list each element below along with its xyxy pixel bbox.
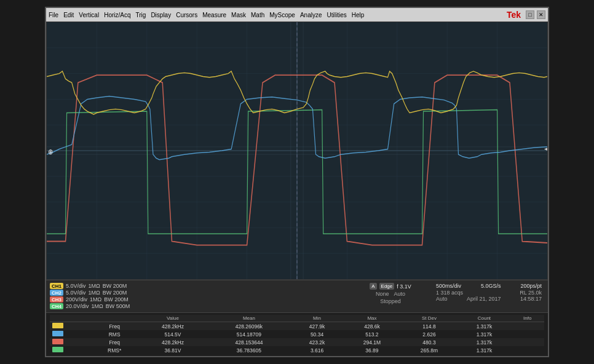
pts-per-div: 200ps/pt — [520, 283, 542, 289]
meas-cell-param-1: RMS — [91, 330, 138, 338]
menu-item-mask[interactable]: Mask — [231, 12, 246, 18]
channel-row-ch3: CH3 200V/div 1MΩ BW 200M — [50, 296, 347, 303]
meas-col-param — [91, 315, 138, 322]
measurements-section: Value Mean Min Max St Dev Count Info Fre… — [46, 312, 548, 356]
meas-cell-info-3 — [510, 346, 544, 354]
menu-item-myscope[interactable]: MyScope — [269, 12, 295, 18]
ch4-badge: CH4 — [50, 303, 63, 309]
meas-cell-info-0 — [510, 322, 544, 331]
ch4-coupling: 1MΩ — [92, 303, 103, 309]
meas-col-mean: Mean — [207, 315, 290, 322]
menu-item-file[interactable]: File — [49, 12, 58, 18]
measurements-table: Value Mean Min Max St Dev Count Info Fre… — [50, 315, 544, 354]
menu-item-horiz/acq[interactable]: Horiz/Acq — [104, 12, 130, 18]
acquisitions-row: 1 318 acqs RL 25.0k — [436, 290, 542, 296]
meas-cell-param-2: Freq — [91, 338, 138, 346]
meas-cell-count-0: 1.317k — [458, 322, 511, 331]
ch3-bw: BW 200M — [104, 296, 129, 303]
ch1-scale: 5.0V/div — [66, 283, 86, 289]
meas-cell-count-3: 1.317k — [458, 346, 511, 354]
meas-cell-max-0: 428.6k — [343, 322, 400, 331]
menu-item-trig[interactable]: Trig — [136, 12, 146, 18]
meas-col-min: Min — [291, 315, 344, 322]
meas-cell-badge-0 — [50, 322, 91, 331]
meas-cell-count-1: 1.317k — [458, 330, 511, 338]
menu-item-math[interactable]: Math — [251, 12, 264, 18]
title-bar: FileEditVerticalHoriz/AcqTrigDisplayCurs… — [46, 8, 548, 22]
tek-logo: Tek — [507, 10, 521, 20]
channel-row-ch4: CH4 20.0V/div 1MΩ BW 500M — [50, 303, 347, 309]
time-section: 500ms/div 5.0GS/s 200ps/pt 1 318 acqs RL… — [434, 283, 544, 302]
timebase-row: 500ms/div 5.0GS/s 200ps/pt — [436, 283, 542, 289]
meas-cell-mean-0: 428.26096k — [207, 322, 290, 331]
ch3-badge: CH3 — [50, 296, 63, 303]
meas-row-2: Freq 428.2kHz 428.153644 423.2k 294.1M 4… — [50, 338, 544, 346]
trigger-bot: None Auto — [351, 291, 430, 297]
menu-item-analyze[interactable]: Analyze — [300, 12, 322, 18]
trigger-auto: Auto — [394, 291, 406, 297]
ch1-coupling: 1MΩ — [89, 283, 100, 289]
meas-cell-value-0: 428.2kHz — [138, 322, 207, 331]
ch1-bw: BW 200M — [103, 283, 127, 289]
meas-cell-info-2 — [510, 338, 544, 346]
ch2-bw: BW 200M — [103, 290, 127, 296]
meas-cell-stdev-1: 2.626 — [400, 330, 457, 338]
meas-row-3: RMS* 36.81V 36.783605 3.616 36.89 265.8m… — [50, 346, 544, 354]
menu-item-cursors[interactable]: Cursors — [176, 12, 197, 18]
close-button[interactable]: ✕ — [537, 10, 545, 19]
meas-cell-min-0: 427.9k — [291, 322, 344, 331]
ch2-badge: CH2 — [50, 290, 63, 296]
ch4-scale: 20.0V/div — [66, 303, 89, 309]
meas-cell-param-3: RMS* — [91, 346, 138, 354]
meas-cell-badge-1 — [50, 330, 91, 338]
meas-cell-mean-2: 428.153644 — [207, 338, 290, 346]
title-controls[interactable]: □ ✕ — [526, 10, 545, 19]
menu-item-measure[interactable]: Measure — [202, 12, 226, 18]
meas-cell-value-2: 428.2kHz — [138, 338, 207, 346]
trigger-edge-badge: Edge — [379, 283, 395, 290]
measurements-tbody: Freq 428.2kHz 428.26096k 427.9k 428.6k 1… — [50, 322, 544, 355]
menu-item-vertical[interactable]: Vertical — [79, 12, 99, 18]
waveform-display: ⊕ — [46, 22, 548, 280]
meas-cell-info-1 — [510, 330, 544, 338]
meas-cell-value-3: 36.81V — [138, 346, 207, 354]
trigger-top: A Edge f 3.1V — [351, 283, 430, 290]
time-div: 500ms/div — [436, 283, 461, 289]
meas-cell-param-0: Freq — [91, 322, 138, 331]
time: 14:58:17 — [520, 296, 542, 302]
meas-header-row: Value Mean Min Max St Dev Count Info — [50, 315, 544, 322]
menu-item-display[interactable]: Display — [151, 12, 171, 18]
acq-mode: Auto — [436, 296, 448, 302]
trigger-status: Stopped — [351, 298, 430, 304]
acquisitions-count: 1 318 acqs — [436, 290, 463, 296]
menu-item-edit[interactable]: Edit — [63, 12, 74, 18]
minimize-button[interactable]: □ — [526, 10, 534, 19]
meas-col-ch — [50, 315, 91, 322]
meas-col-max: Max — [343, 315, 400, 322]
ch1-badge: CH1 — [50, 283, 63, 289]
meas-row-0: Freq 428.2kHz 428.26096k 427.9k 428.6k 1… — [50, 322, 544, 331]
meas-col-value: Value — [138, 315, 207, 322]
meas-cell-value-1: 514.5V — [138, 330, 207, 338]
meas-row-1: RMS 514.5V 514.18709 50.34 513.2 2.626 1… — [50, 330, 544, 338]
meas-col-count: Count — [458, 315, 511, 322]
ch3-scale: 200V/div — [66, 296, 87, 303]
meas-cell-max-3: 36.89 — [343, 346, 400, 354]
svg-text:⊕: ⊕ — [48, 148, 53, 156]
channel-row-ch1: CH1 5.0V/div 1MΩ BW 200M — [50, 283, 347, 289]
trigger-mode: None — [376, 291, 389, 297]
meas-cell-mean-1: 514.18709 — [207, 330, 290, 338]
trigger-section: A Edge f 3.1V None Auto Stopped — [347, 283, 434, 304]
channel-row-ch2: CH2 5.0V/div 1MΩ BW 200M — [50, 290, 347, 296]
sample-rate: 5.0GS/s — [481, 283, 501, 289]
menu-item-utilities[interactable]: Utilities — [327, 12, 347, 18]
menu-item-help[interactable]: Help — [352, 12, 365, 18]
trigger-level: f 3.1V — [397, 283, 411, 290]
status-section: CH1 5.0V/div 1MΩ BW 200M CH2 5.0V/div 1M… — [46, 280, 548, 312]
meas-cell-badge-3 — [50, 346, 91, 354]
trigger-source-badge: A — [370, 283, 376, 290]
ch4-bw: BW 500M — [106, 303, 130, 309]
waveform-svg: ⊕ — [47, 22, 547, 279]
ch2-coupling: 1MΩ — [89, 290, 100, 296]
meas-cell-stdev-0: 114.8 — [400, 322, 457, 331]
